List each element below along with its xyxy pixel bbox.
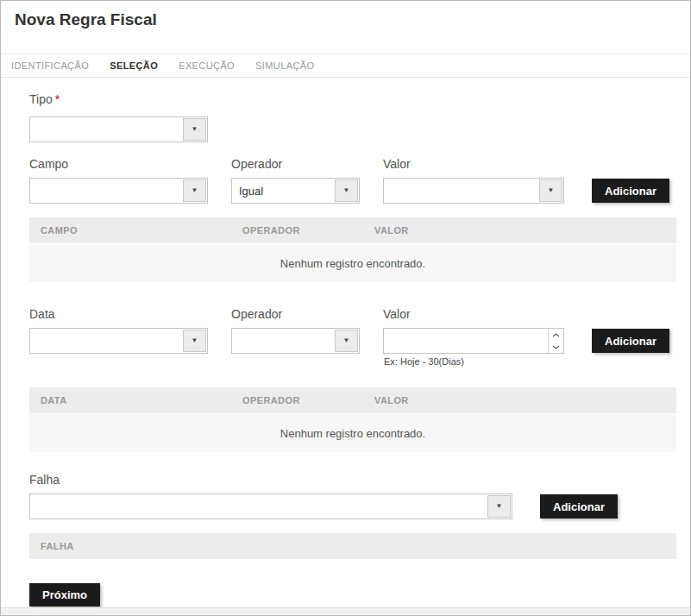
data-table-empty-row: Nenhum registro encontrado. bbox=[29, 414, 676, 452]
campo-label: Campo bbox=[29, 157, 68, 171]
campo-table-header-operador: OPERADOR bbox=[242, 217, 300, 243]
horizontal-scrollbar[interactable] bbox=[1, 607, 690, 615]
campo-table-header-valor: VALOR bbox=[374, 217, 409, 243]
campo-operador-select[interactable]: Igual ▼ bbox=[231, 178, 360, 204]
data-dropdown-button[interactable]: ▼ bbox=[183, 330, 206, 352]
chevron-down-icon: ▼ bbox=[548, 187, 555, 194]
tab-divider bbox=[1, 77, 690, 78]
tab-bar: IDENTIFICAÇÃO SELEÇÃO EXECUÇÃO SIMULAÇÃO bbox=[11, 54, 314, 77]
falha-table-header-falha: FALHA bbox=[41, 533, 74, 559]
tipo-select[interactable]: ▼ bbox=[29, 116, 208, 142]
campo-valor-dropdown-button[interactable]: ▼ bbox=[539, 179, 562, 202]
tab-execucao[interactable]: EXECUÇÃO bbox=[179, 60, 235, 71]
falha-adicionar-button[interactable]: Adicionar bbox=[540, 494, 618, 519]
falha-table-header: FALHA bbox=[29, 533, 676, 559]
nova-regra-fiscal-window: Nova Regra Fiscal IDENTIFICAÇÃO SELEÇÃO … bbox=[0, 0, 691, 616]
data-adicionar-button[interactable]: Adicionar bbox=[592, 329, 669, 353]
campo-operador-dropdown-button[interactable]: ▼ bbox=[335, 179, 358, 202]
spinner-up-icon[interactable] bbox=[549, 329, 563, 341]
tab-simulacao[interactable]: SIMULAÇÃO bbox=[255, 60, 314, 71]
data-table-header-data: DATA bbox=[41, 387, 67, 413]
tab-identificacao[interactable]: IDENTIFICAÇÃO bbox=[11, 60, 89, 71]
data-valor-spinner bbox=[383, 328, 564, 354]
page-title: Nova Regra Fiscal bbox=[15, 10, 157, 29]
campo-operador-label: Operador bbox=[231, 157, 282, 171]
data-operador-select-value bbox=[239, 329, 331, 353]
campo-table: CAMPO OPERADOR VALOR Nenhum registro enc… bbox=[29, 217, 676, 282]
campo-valor-select-value bbox=[391, 179, 536, 203]
data-table-header-valor: VALOR bbox=[374, 387, 409, 413]
campo-table-empty-row: Nenhum registro encontrado. bbox=[29, 244, 676, 282]
data-label: Data bbox=[29, 307, 55, 321]
falha-select-value bbox=[37, 494, 484, 519]
data-operador-select[interactable]: ▼ bbox=[231, 328, 360, 354]
required-asterisk: * bbox=[55, 92, 60, 106]
spinner-down-icon[interactable] bbox=[549, 341, 563, 353]
falha-table: FALHA bbox=[29, 533, 676, 559]
tipo-select-value bbox=[37, 117, 179, 141]
falha-label: Falha bbox=[29, 473, 60, 487]
data-table-header: DATA OPERADOR VALOR bbox=[29, 387, 676, 413]
campo-table-header: CAMPO OPERADOR VALOR bbox=[29, 217, 676, 243]
falha-select[interactable]: ▼ bbox=[29, 493, 512, 519]
data-operador-label: Operador bbox=[231, 307, 282, 321]
campo-select[interactable]: ▼ bbox=[29, 178, 208, 204]
data-table-header-operador: OPERADOR bbox=[242, 387, 300, 413]
campo-valor-select[interactable]: ▼ bbox=[383, 178, 564, 204]
chevron-down-icon: ▼ bbox=[192, 337, 198, 344]
campo-table-header-campo: CAMPO bbox=[41, 217, 78, 243]
data-select-value bbox=[37, 329, 179, 353]
spinner-buttons bbox=[548, 329, 563, 353]
tipo-label-text: Tipo bbox=[29, 92, 53, 106]
chevron-down-icon: ▼ bbox=[192, 187, 198, 194]
chevron-down-icon: ▼ bbox=[343, 187, 350, 194]
campo-select-value bbox=[37, 179, 179, 203]
data-valor-hint: Ex: Hoje - 30(Dias) bbox=[384, 356, 464, 367]
data-valor-label: Valor bbox=[383, 307, 411, 321]
proximo-button[interactable]: Próximo bbox=[29, 583, 100, 607]
falha-dropdown-button[interactable]: ▼ bbox=[487, 495, 511, 518]
campo-dropdown-button[interactable]: ▼ bbox=[183, 179, 206, 202]
data-valor-input[interactable] bbox=[384, 329, 548, 353]
campo-adicionar-button[interactable]: Adicionar bbox=[592, 179, 669, 203]
tipo-label: Tipo* bbox=[29, 92, 60, 106]
campo-operador-select-value: Igual bbox=[239, 179, 331, 203]
tipo-dropdown-button[interactable]: ▼ bbox=[183, 118, 206, 141]
chevron-down-icon: ▼ bbox=[192, 126, 198, 133]
tab-selecao[interactable]: SELEÇÃO bbox=[110, 60, 158, 71]
data-table: DATA OPERADOR VALOR Nenhum registro enco… bbox=[29, 387, 676, 452]
campo-valor-label: Valor bbox=[383, 157, 411, 171]
chevron-down-icon: ▼ bbox=[496, 503, 503, 510]
data-select[interactable]: ▼ bbox=[29, 328, 208, 354]
chevron-down-icon: ▼ bbox=[343, 337, 350, 344]
data-operador-dropdown-button[interactable]: ▼ bbox=[335, 330, 358, 352]
